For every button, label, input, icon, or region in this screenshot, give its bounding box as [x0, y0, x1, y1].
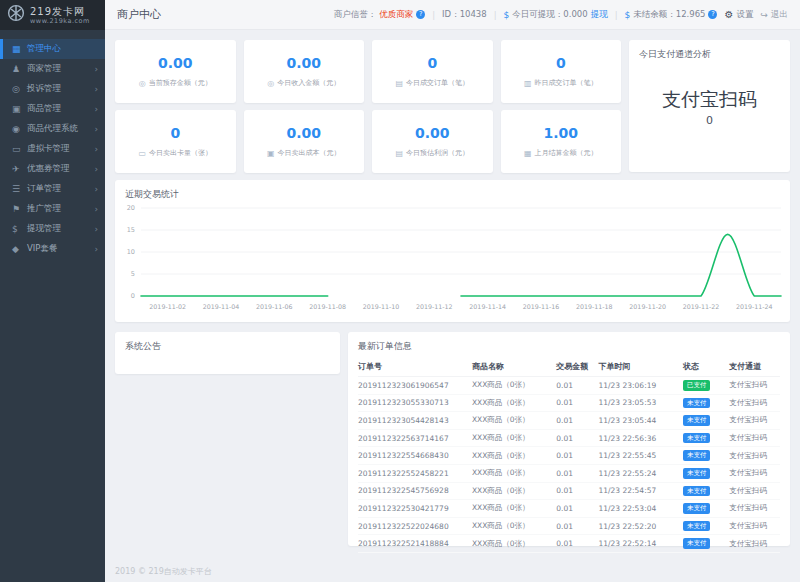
order-status-cell: 未支付 — [683, 433, 729, 444]
sidebar-item-merchant-management[interactable]: ♟商家管理› — [0, 59, 105, 79]
calc-icon: ▦ — [524, 149, 532, 158]
stat-card-today-cards-sold: 0▭今日卖出卡量（张） — [115, 110, 236, 173]
order-row: 2019112323054428143XXX商品（0张）0.0111/23 23… — [358, 412, 780, 430]
stat-label-text: 今日预估利润（元） — [406, 148, 469, 158]
withdraw-link[interactable]: 提现 — [591, 9, 608, 21]
order-product: XXX商品（0张） — [472, 451, 556, 461]
order-time: 11/23 23:05:44 — [599, 416, 683, 425]
status-badge: 已支付 — [683, 380, 711, 391]
orders-column-header: 商品名称 — [472, 361, 556, 372]
stat-card-today-orders: 0▤今日成交订单（笔） — [372, 40, 493, 103]
dollar-icon: $ — [504, 10, 510, 20]
coin-icon: ◎ — [267, 79, 274, 88]
balance-label: 未结余额：12.965 — [633, 9, 705, 21]
chevron-right-icon: › — [94, 64, 98, 74]
topbar: 商户中心 商户信誉： 优质商家 ? | ID：10438 | $ 今日可提现：0… — [105, 0, 800, 30]
main-content: 0.00◎当前预存金额（元）0.00◎今日收入金额（元）0▤今日成交订单（笔）0… — [105, 30, 800, 582]
coin-icon: ◎ — [139, 79, 146, 88]
order-product: XXX商品（0张） — [472, 380, 556, 390]
stat-label-text: 今日成交订单（笔） — [406, 78, 469, 88]
settings-button[interactable]: ⚙ 设置 — [724, 9, 753, 21]
order-row: 2019112322521418884XXX商品（0张）0.0111/23 22… — [358, 535, 780, 553]
channel-name: 支付宝扫码 — [629, 87, 790, 113]
dollar-icon: $ — [625, 10, 631, 20]
logout-button[interactable]: ↪ 退出 — [760, 9, 788, 21]
order-channel: 支付宝扫码 — [729, 433, 780, 443]
sidebar-item-coupon-management[interactable]: ✈优惠券管理› — [0, 159, 105, 179]
orders-column-header: 交易金额 — [556, 361, 598, 372]
orders-column-header: 订单号 — [358, 361, 472, 372]
sidebar-item-complaint-management[interactable]: ◎投诉管理› — [0, 79, 105, 99]
stat-card-today-income: 0.00◎今日收入金额（元） — [244, 40, 365, 103]
brand-domain: www.219ka.com — [30, 17, 90, 25]
svg-text:15: 15 — [127, 226, 135, 234]
svg-text:20: 20 — [127, 204, 135, 212]
sidebar-item-virtual-card-management[interactable]: ▭虚拟卡管理› — [0, 139, 105, 159]
status-badge: 未支付 — [683, 468, 711, 479]
orders-column-header: 下单时间 — [599, 361, 683, 372]
sidebar-item-product-agent-system[interactable]: ◉商品代理系统› — [0, 119, 105, 139]
svg-text:5: 5 — [131, 270, 135, 278]
sidebar-item-management-center[interactable]: ▦管理中心 — [0, 39, 105, 59]
chevron-right-icon: › — [94, 184, 98, 194]
svg-text:2019-11-02: 2019-11-02 — [149, 303, 186, 310]
merchant-rating: 商户信誉： 优质商家 ? — [334, 9, 426, 21]
page-title: 商户中心 — [117, 7, 161, 22]
order-row: 2019112322552458221XXX商品（0张）0.0111/23 22… — [358, 465, 780, 483]
topbar-actions: 商户信誉： 优质商家 ? | ID：10438 | $ 今日可提现：0.000 … — [334, 9, 788, 21]
gear-icon: ⚙ — [724, 9, 733, 20]
chevron-right-icon: › — [94, 84, 98, 94]
sidebar-item-promotion-management[interactable]: ⚑推广管理› — [0, 199, 105, 219]
order-channel: 支付宝扫码 — [729, 539, 780, 549]
coupon-icon: ✈ — [12, 164, 27, 174]
help-icon[interactable]: ? — [708, 10, 717, 19]
svg-text:2019-11-12: 2019-11-12 — [416, 303, 453, 310]
file-icon: ▤ — [395, 149, 403, 158]
order-channel: 支付宝扫码 — [729, 415, 780, 425]
status-badge: 未支付 — [683, 521, 711, 532]
order-time: 11/23 23:05:53 — [599, 398, 683, 407]
sidebar-item-product-management[interactable]: ▣商品管理› — [0, 99, 105, 119]
svg-text:2019-11-10: 2019-11-10 — [363, 303, 400, 310]
order-status-cell: 未支付 — [683, 521, 729, 532]
stat-label-text: 当前预存金额（元） — [149, 78, 212, 88]
order-row: 2019112322563714167XXX商品（0张）0.0111/23 22… — [358, 430, 780, 448]
help-icon[interactable]: ? — [416, 10, 425, 19]
app-logo[interactable]: 219发卡网 www.219ka.com — [0, 0, 105, 30]
transactions-chart-panel: 近期交易统计 051015202019-11-022019-11-042019-… — [115, 180, 790, 322]
status-badge: 未支付 — [683, 398, 711, 409]
sidebar-item-label: 提现管理 — [27, 223, 94, 235]
status-badge: 未支付 — [683, 433, 711, 444]
svg-text:2019-11-22: 2019-11-22 — [683, 303, 720, 310]
stat-value: 0 — [427, 55, 437, 71]
sidebar-item-vip-package[interactable]: ◆VIP套餐› — [0, 239, 105, 259]
order-channel: 支付宝扫码 — [729, 521, 780, 531]
logout-icon: ↪ — [760, 10, 768, 20]
channel-body: 支付宝扫码 0 — [629, 87, 790, 127]
sidebar-item-order-management[interactable]: ☰订单管理› — [0, 179, 105, 199]
order-amount: 0.01 — [556, 381, 598, 390]
chart-title: 近期交易统计 — [115, 180, 790, 201]
order-time: 11/23 22:52:20 — [599, 522, 683, 531]
stat-label-text: 昨日成交订单（笔） — [535, 78, 598, 88]
sidebar-item-withdraw-management[interactable]: $提现管理› — [0, 219, 105, 239]
divider: | — [494, 10, 497, 20]
stat-card-today-profit: 0.00▤今日预估利润（元） — [372, 110, 493, 173]
order-time: 11/23 22:52:14 — [599, 539, 683, 548]
order-status-cell: 未支付 — [683, 450, 729, 461]
svg-text:0: 0 — [131, 292, 135, 300]
chevron-right-icon: › — [94, 124, 98, 134]
divider: | — [615, 10, 618, 20]
svg-text:2019-11-04: 2019-11-04 — [203, 303, 240, 310]
status-badge: 未支付 — [683, 450, 711, 461]
order-product: XXX商品（0张） — [472, 539, 556, 549]
order-time: 11/23 22:56:36 — [599, 434, 683, 443]
order-order_no: 2019112322530421779 — [358, 504, 472, 513]
order-row: 2019112322545756928XXX商品（0张）0.0111/23 22… — [358, 483, 780, 501]
order-row: 2019112322554668430XXX商品（0张）0.0111/23 22… — [358, 447, 780, 465]
order-order_no: 2019112322521418884 — [358, 539, 472, 548]
order-channel: 支付宝扫码 — [729, 503, 780, 513]
order-amount: 0.01 — [556, 486, 598, 495]
orders-table: 订单号商品名称交易金额下单时间状态支付通道 201911232306190654… — [348, 353, 790, 553]
sidebar-item-label: 商家管理 — [27, 63, 94, 75]
